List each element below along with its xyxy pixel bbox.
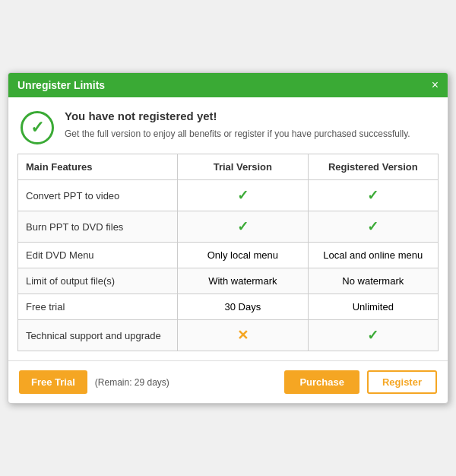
table-row: Convert PPT to video✓✓ (18, 180, 439, 211)
x-icon: ✕ (237, 328, 249, 343)
cell-trial: ✕ (178, 320, 308, 351)
check-icon: ✓ (237, 219, 249, 234)
check-icon: ✓ (367, 188, 378, 203)
cell-registered: Local and online menu (308, 243, 438, 268)
col-header-trial: Trial Version (178, 154, 308, 180)
table-row: Burn PPT to DVD files✓✓ (18, 211, 439, 243)
close-button[interactable]: × (432, 79, 439, 91)
header-section: ✓ You have not registered yet! Get the f… (8, 97, 448, 154)
check-icon: ✓ (367, 328, 378, 343)
cell-trial: With watermark (178, 268, 308, 294)
free-trial-button[interactable]: Free Trial (19, 370, 87, 394)
table-row: Limit of output file(s)With watermarkNo … (18, 268, 439, 294)
dialog: Unregister Limits × ✓ You have not regis… (8, 72, 448, 404)
cell-feature: Free trial (18, 294, 178, 320)
check-icon: ✓ (367, 219, 378, 234)
check-circle-icon: ✓ (21, 111, 54, 144)
cell-feature: Convert PPT to video (18, 180, 178, 211)
cell-trial: 30 Days (178, 294, 308, 320)
col-header-feature: Main Features (18, 154, 178, 180)
dialog-title: Unregister Limits (17, 79, 105, 91)
cell-registered: ✓ (308, 180, 438, 211)
title-bar: Unregister Limits × (8, 73, 448, 97)
features-table-container: Main Features Trial Version Registered V… (8, 154, 448, 351)
cell-trial: ✓ (178, 211, 308, 243)
table-row: Edit DVD MenuOnly local menuLocal and on… (18, 243, 439, 268)
cell-registered: Unlimited (308, 294, 438, 320)
check-icon: ✓ (237, 188, 249, 203)
cell-trial: Only local menu (178, 243, 308, 268)
cell-feature: Technical support and upgrade (18, 320, 178, 351)
cell-registered: ✓ (308, 211, 438, 243)
cell-trial: ✓ (178, 180, 308, 211)
checkmark-icon: ✓ (30, 118, 44, 138)
header-title: You have not registered yet! (65, 109, 410, 122)
features-table: Main Features Trial Version Registered V… (17, 154, 439, 351)
cell-feature: Edit DVD Menu (18, 243, 178, 268)
header-text: You have not registered yet! Get the ful… (65, 109, 410, 141)
register-button[interactable]: Register (367, 370, 437, 394)
header-description: Get the full version to enjoy all benefi… (65, 127, 410, 141)
table-row: Technical support and upgrade✕✓ (18, 320, 439, 351)
col-header-registered: Registered Version (308, 154, 438, 180)
cell-feature: Limit of output file(s) (18, 268, 178, 294)
cell-registered: No watermark (308, 268, 438, 294)
cell-registered: ✓ (308, 320, 438, 351)
cell-feature: Burn PPT to DVD files (18, 211, 178, 243)
table-row: Free trial30 DaysUnlimited (18, 294, 439, 320)
remain-text: (Remain: 29 days) (95, 377, 169, 388)
purchase-button[interactable]: Purchase (284, 370, 359, 394)
footer: Free Trial (Remain: 29 days) Purchase Re… (8, 360, 448, 403)
